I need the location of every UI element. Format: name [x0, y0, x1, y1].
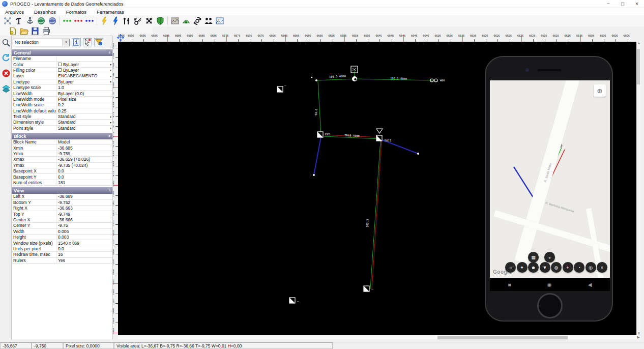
minimize-button[interactable]: − [601, 1, 616, 7]
magnifier-icon[interactable] [1, 38, 12, 48]
nodes-icon[interactable] [2, 16, 13, 26]
bolt-blue-icon[interactable] [110, 16, 121, 26]
lamppost-icon[interactable] [13, 16, 24, 26]
property-value[interactable]: Model [56, 139, 112, 144]
property-value[interactable]: ENCABECAMENTO▾ [56, 73, 112, 78]
xarrows-icon[interactable] [143, 16, 155, 26]
horizontal-scrollbar[interactable]: ▶ [118, 335, 640, 339]
scroll-up-icon[interactable]: ▲ [637, 42, 641, 45]
people-icon[interactable] [203, 16, 214, 26]
open-folder-icon[interactable] [18, 26, 30, 36]
property-value[interactable]: Standard▾ [56, 126, 112, 131]
property-value[interactable]: 1540 x 869 [56, 240, 112, 245]
property-value[interactable]: Pixel size [56, 97, 112, 102]
property-value[interactable]: -9.752 [56, 200, 112, 205]
property-value[interactable]: 0.006 [56, 229, 112, 234]
property-value[interactable]: Standard▾ [56, 120, 112, 125]
bulb-button[interactable]: ☼ [505, 262, 516, 273]
down-button[interactable]: ▼ [540, 262, 550, 273]
chevron-down-icon[interactable]: ▾ [110, 68, 111, 72]
property-value[interactable]: Standard▾ [56, 114, 112, 119]
property-value[interactable]: -36.666 [56, 217, 112, 222]
close-button[interactable]: × [597, 262, 607, 273]
property-value[interactable]: -36.663 [56, 206, 112, 211]
chevron-down-icon[interactable]: ▾ [110, 80, 111, 83]
horizontal-scroll-thumb[interactable] [437, 336, 568, 339]
property-value[interactable]: 0.0 [56, 174, 112, 179]
collapse-icon[interactable]: « [107, 189, 111, 191]
menu-formatos[interactable]: Formatos [61, 9, 92, 15]
pan-icon[interactable] [117, 34, 124, 43]
bolt-yellow-icon[interactable] [99, 16, 110, 26]
chevron-down-icon[interactable]: ▾ [110, 115, 111, 119]
property-value[interactable]: ByLayer (0.0) [56, 91, 112, 96]
chevron-down-icon[interactable]: ▾ [110, 121, 111, 124]
sync-gear-icon[interactable] [192, 16, 203, 26]
property-value[interactable]: -9.735 (+0.024) [56, 163, 112, 168]
house-green-icon[interactable] [181, 16, 192, 26]
selection-dropdown[interactable]: No selection ▾ [13, 39, 70, 46]
new-doc-icon[interactable] [7, 26, 18, 36]
color-checkbox[interactable] [58, 68, 62, 72]
cross-button[interactable]: + [563, 262, 573, 273]
filter-button[interactable] [94, 38, 103, 46]
section-header-view[interactable]: View« [12, 187, 112, 194]
dots-blue-icon[interactable] [84, 16, 95, 26]
vertical-scroll-thumb[interactable] [637, 49, 640, 84]
property-value[interactable]: -9.759 [56, 151, 112, 156]
property-value[interactable]: -9.749 [56, 211, 112, 216]
property-value[interactable]: Yes [56, 258, 112, 263]
property-value[interactable]: 0.0 [56, 246, 112, 251]
dots-green-icon[interactable] [62, 16, 73, 26]
locate-button[interactable]: ⊕ [594, 84, 606, 97]
dots-red-icon[interactable] [73, 16, 84, 26]
chevron-down-icon[interactable]: ▾ [110, 74, 111, 78]
pick-button[interactable] [83, 38, 92, 46]
rotate-icon[interactable] [1, 53, 12, 63]
property-value[interactable]: ByLayer▾ [56, 62, 112, 67]
target-button[interactable]: ◎ [586, 262, 596, 273]
phone-map-screen[interactable]: ⊕ Google R. Souto MaiorR. Barbosa Marque… [490, 80, 610, 278]
property-value[interactable] [56, 56, 112, 61]
property-value[interactable]: ByLayer▾ [56, 79, 112, 84]
close-button[interactable]: × [630, 1, 644, 7]
print-icon[interactable] [41, 26, 52, 36]
layers-icon[interactable] [1, 83, 12, 94]
person-button[interactable]: ☻ [528, 262, 539, 273]
scroll-right-icon[interactable]: ▶ [637, 335, 640, 339]
maximize-button[interactable]: □ [616, 1, 630, 7]
chevron-down-icon[interactable]: ▾ [110, 63, 111, 66]
property-value[interactable]: -9.75 [56, 223, 112, 228]
key-icon[interactable] [132, 16, 143, 26]
collapse-icon[interactable]: « [107, 51, 111, 53]
menu-arquivos[interactable]: Arquivos [0, 9, 29, 15]
nav-home-button[interactable]: ◉ [547, 282, 552, 287]
chevron-down-icon[interactable]: ▾ [110, 126, 111, 130]
image-blue-icon[interactable] [214, 16, 225, 26]
nav-back-button[interactable]: ◀ [588, 282, 592, 287]
poles-icon[interactable] [121, 16, 132, 26]
map-image-icon[interactable] [169, 16, 181, 26]
card-button[interactable]: ▦ [528, 252, 539, 263]
nav-recents-button[interactable]: ■ [508, 282, 511, 287]
property-value[interactable]: -36.685 [56, 145, 112, 150]
property-value[interactable]: -36.659 (+0.026) [56, 157, 112, 162]
section-header-block[interactable]: Block« [12, 133, 112, 139]
menu-desenhos[interactable]: Desenhos [29, 9, 61, 15]
color-checkbox[interactable] [58, 63, 62, 66]
phone-home-button[interactable] [537, 293, 563, 318]
property-value[interactable]: 0.003 [56, 235, 112, 240]
vertical-scrollbar[interactable]: ▲ ▼ [636, 42, 640, 335]
property-value[interactable]: 0.25 [56, 108, 112, 113]
globe-blue-icon[interactable] [47, 16, 58, 26]
property-value[interactable]: 16 [56, 252, 112, 257]
globe-green-icon[interactable] [36, 16, 47, 26]
anchor-icon[interactable] [24, 16, 36, 26]
section-header-general[interactable]: General« [12, 49, 112, 56]
property-value[interactable]: -36.669 [56, 194, 112, 199]
info-button[interactable]: i [72, 38, 81, 46]
chevron-down-icon[interactable]: ▾ [63, 39, 69, 46]
shield-icon[interactable] [155, 16, 166, 26]
property-value[interactable]: ByLayer▾ [56, 68, 112, 73]
collapse-icon[interactable]: « [107, 135, 111, 137]
